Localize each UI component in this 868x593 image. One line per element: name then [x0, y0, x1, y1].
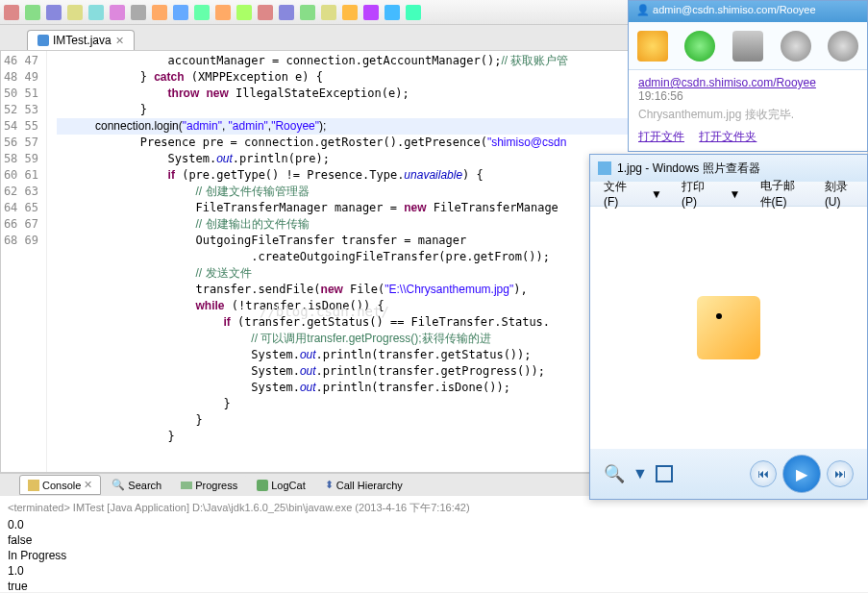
toolbar-icon[interactable] [46, 5, 62, 20]
toolbar-icon[interactable] [152, 5, 167, 20]
console-icon [28, 480, 39, 491]
viewer-title-bar[interactable]: 1.jpg - Windows 照片查看器 [590, 155, 867, 182]
tab-callhierarchy[interactable]: ⬍Call Hierarchy [316, 475, 411, 495]
viewer-app-icon [598, 161, 611, 175]
editor-tab[interactable]: IMTest.java ✕ [27, 30, 135, 50]
open-folder-link[interactable]: 打开文件夹 [699, 130, 756, 143]
toolbar-icon[interactable] [258, 5, 273, 20]
close-icon[interactable]: ✕ [115, 35, 124, 47]
zoom-icon[interactable]: 🔍 [604, 463, 625, 484]
toolbar-icon[interactable] [173, 5, 188, 20]
toolbar-icon[interactable] [279, 5, 294, 20]
toolbar-icon[interactable] [363, 5, 379, 20]
java-file-icon [37, 35, 49, 46]
image-thumbnail [697, 296, 760, 359]
viewer-controls: 🔍▼ ⏮ ▶ ⏭ [590, 449, 867, 499]
tab-progress[interactable]: Progress [172, 476, 246, 495]
im-title-bar[interactable]: 👤 admin@csdn.shimiso.com/Rooyee [629, 1, 867, 22]
menu-email[interactable]: 电子邮件(E) [760, 178, 806, 210]
im-filename: Chrysanthemum.jpg [638, 108, 741, 121]
im-status: 接收完毕. [745, 108, 794, 121]
toolbar-icon[interactable] [131, 5, 146, 20]
search-icon: 🔍 [112, 479, 125, 491]
play-button[interactable]: ▶ [782, 455, 821, 493]
folder-icon[interactable] [637, 31, 668, 62]
prev-button[interactable]: ⏮ [750, 460, 777, 487]
progress-icon [181, 482, 192, 489]
im-message-area: admin@csdn.shimiso.com/Rooyee 19:16:56 C… [629, 70, 867, 151]
console-output[interactable]: 0.0falseIn Progress1.0true [8, 517, 860, 593]
tab-console[interactable]: Console ✕ [19, 475, 101, 495]
viewer-menu-bar: 文件(F)▼ 打印(P)▼ 电子邮件(E) 刻录(U) [590, 182, 867, 207]
hierarchy-icon: ⬍ [325, 479, 334, 491]
tab-label: IMTest.java [53, 34, 112, 47]
im-toolbar [629, 22, 867, 70]
im-chat-window: 👤 admin@csdn.shimiso.com/Rooyee admin@cs… [628, 0, 868, 152]
im-timestamp: 19:16:56 [638, 89, 683, 103]
toolbar-icon[interactable] [67, 5, 83, 20]
toolbar-icon[interactable] [215, 5, 231, 20]
camera-icon[interactable] [781, 31, 811, 62]
next-button[interactable]: ⏭ [827, 460, 854, 487]
viewer-image-area[interactable] [590, 207, 867, 449]
logcat-icon [257, 480, 268, 491]
line-gutter: 46 47 48 49 50 51 52 53 54 55 56 57 58 5… [1, 51, 47, 472]
more-icon[interactable] [828, 31, 858, 62]
toolbar-icon[interactable] [406, 5, 421, 20]
toolbar-icon[interactable] [321, 5, 336, 20]
photo-viewer-window: 1.jpg - Windows 照片查看器 文件(F)▼ 打印(P)▼ 电子邮件… [589, 154, 868, 500]
microphone-icon[interactable] [732, 31, 763, 62]
toolbar-icon[interactable] [88, 5, 104, 20]
tab-logcat[interactable]: LogCat [248, 476, 313, 495]
close-icon[interactable]: ✕ [84, 479, 92, 491]
status-icon[interactable] [684, 31, 715, 62]
toolbar-icon[interactable] [194, 5, 210, 20]
toolbar-icon[interactable] [384, 5, 400, 20]
menu-print[interactable]: 打印(P) [682, 179, 710, 209]
toolbar-icon[interactable] [342, 5, 358, 20]
toolbar-icon[interactable] [236, 5, 252, 20]
toolbar-icon[interactable] [300, 5, 315, 20]
open-file-link[interactable]: 打开文件 [638, 130, 684, 143]
fit-icon[interactable] [656, 465, 673, 482]
menu-file[interactable]: 文件(F) [604, 179, 632, 209]
console-header: <terminated> IMTest [Java Application] D… [8, 500, 860, 515]
im-sender-link[interactable]: admin@csdn.shimiso.com/Rooyee [638, 76, 816, 89]
toolbar-icon[interactable] [25, 5, 40, 20]
console-view: <terminated> IMTest [Java Application] D… [0, 496, 868, 592]
toolbar-icon[interactable] [4, 5, 19, 20]
toolbar-icon[interactable] [110, 5, 125, 20]
menu-burn[interactable]: 刻录(U) [825, 179, 854, 209]
tab-search[interactable]: 🔍Search [103, 475, 170, 495]
